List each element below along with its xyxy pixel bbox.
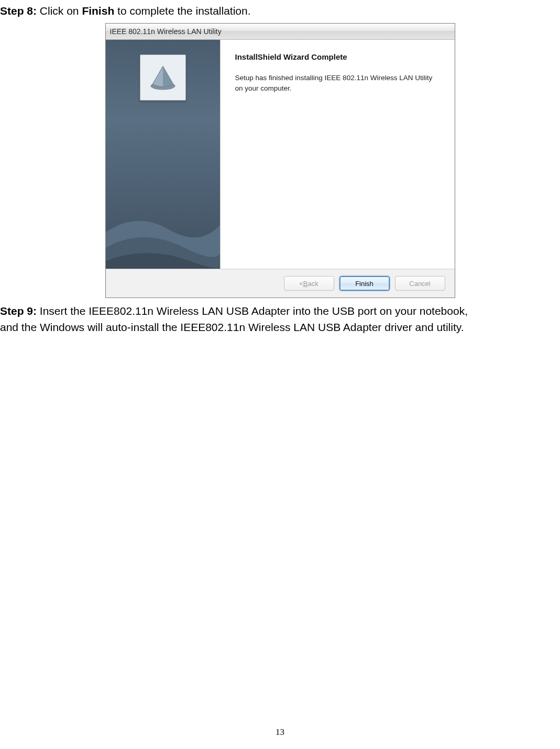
page-number: 13 bbox=[0, 727, 560, 737]
finish-button[interactable]: Finish bbox=[339, 276, 390, 291]
step9-line1-rest: Insert the IEEE802.11n Wireless LAN USB … bbox=[37, 305, 468, 317]
installer-titlebar: IEEE 802.11n Wireless LAN Utility bbox=[106, 24, 455, 40]
finish-label: Finish bbox=[355, 280, 374, 288]
side-hills-graphic bbox=[106, 195, 221, 269]
back-prefix: < bbox=[299, 280, 303, 288]
installer-heading: InstallShield Wizard Complete bbox=[235, 52, 442, 61]
installer-button-bar: < Back Finish Cancel bbox=[106, 269, 455, 298]
installer-body-text: Setup has finished installing IEEE 802.1… bbox=[235, 73, 442, 93]
back-rest: ack bbox=[308, 280, 319, 288]
step8-bold: Finish bbox=[82, 5, 114, 17]
step9-label: Step 9: bbox=[0, 305, 37, 317]
step8-pre: Click on bbox=[37, 5, 82, 17]
step9-line2: and the Windows will auto-install the IE… bbox=[0, 320, 560, 335]
installer-body: InstallShield Wizard Complete Setup has … bbox=[106, 40, 455, 269]
step9-line1: Step 9: Insert the IEEE802.11n Wireless … bbox=[0, 303, 560, 319]
installer-side-image bbox=[106, 40, 221, 269]
step8-label: Step 8: bbox=[0, 5, 37, 17]
triangle-disk-icon bbox=[148, 62, 178, 93]
cancel-label: Cancel bbox=[409, 280, 430, 288]
installer-content: InstallShield Wizard Complete Setup has … bbox=[221, 40, 455, 269]
cancel-button: Cancel bbox=[395, 276, 445, 291]
back-button: < Back bbox=[284, 276, 334, 291]
installer-title: IEEE 802.11n Wireless LAN Utility bbox=[110, 27, 222, 36]
step8-text: Step 8: Click on Finish to complete the … bbox=[0, 3, 560, 19]
installer-window: IEEE 802.11n Wireless LAN Utility Instal… bbox=[105, 23, 455, 298]
back-u: B bbox=[303, 280, 308, 288]
installshield-logo bbox=[140, 54, 186, 101]
step8-post: to complete the installation. bbox=[114, 5, 250, 17]
